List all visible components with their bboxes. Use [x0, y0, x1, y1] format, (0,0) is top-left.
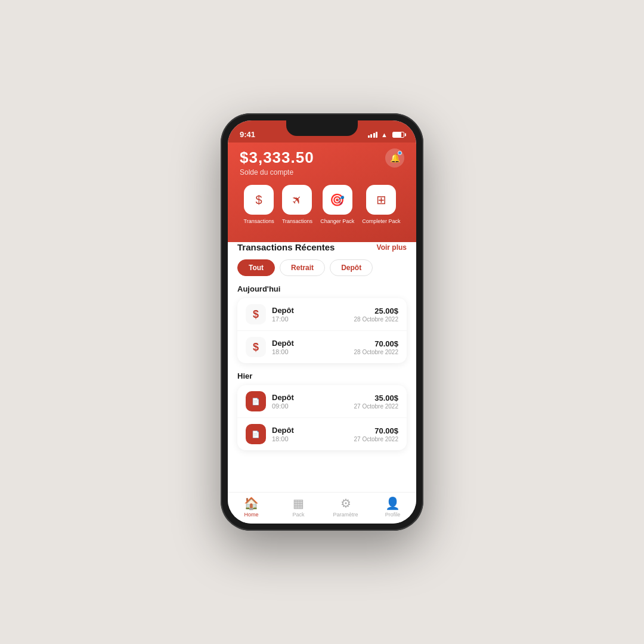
today-transactions-card: $ Depôt 17:00 25.00$ 28 Octobre 2022 $ [237, 298, 407, 363]
trans-name-4: Depôt [272, 426, 354, 435]
send-icon: ✈ [289, 191, 306, 209]
target-icon-box: 🎯 [323, 185, 352, 215]
trans-amount-info-1: 25.00$ 28 Octobre 2022 [354, 306, 399, 323]
phone-notch [286, 120, 358, 136]
yesterday-transactions-card: 📄 Depôt 09:00 35.00$ 27 Octobre 2022 📄 [237, 385, 407, 450]
filter-tab-retrait[interactable]: Retrait [280, 259, 325, 276]
trans-date-2: 28 Octobre 2022 [354, 349, 399, 355]
trans-info-1: Depôt 17:00 [272, 306, 354, 323]
nav-item-profile[interactable]: 👤 Profile [369, 496, 416, 518]
depot-doc-icon-1: 📄 [246, 391, 266, 411]
doc-dollar-icon: 📄 [252, 398, 260, 405]
status-time: 9:41 [240, 130, 255, 139]
send-icon-box: ✈ [282, 185, 312, 215]
depot-doc-icon-2: 📄 [246, 424, 266, 444]
trans-info-3: Depôt 09:00 [272, 393, 354, 410]
transactions-title: Transactions Récentes [237, 242, 335, 252]
action-transactions-2[interactable]: ✈ Transactions [282, 185, 312, 224]
nav-profile-label: Profile [385, 512, 401, 518]
filter-tabs: Tout Retrait Depôt [237, 259, 407, 276]
trans-amount-1: 25.00$ [354, 306, 399, 315]
trans-time-4: 18:00 [272, 435, 354, 442]
signal-icon [368, 132, 378, 138]
trans-amount-2: 70.00$ [354, 339, 399, 348]
trans-amount-info-3: 35.00$ 27 Octobre 2022 [354, 394, 399, 410]
transactions-icon-box: $ [244, 185, 274, 215]
trans-time-3: 09:00 [272, 402, 354, 410]
depot-dollar-icon-2: $ [246, 337, 266, 357]
table-row[interactable]: $ Depôt 18:00 70.00$ 28 Octobre 2022 [237, 331, 407, 363]
action-completer-pack[interactable]: ⊞ Completer Pack [362, 185, 400, 224]
yesterday-label: Hier [237, 371, 407, 380]
trans-amount-info-2: 70.00$ 28 Octobre 2022 [354, 339, 399, 355]
action-transactions-1-label: Transactions [244, 218, 274, 224]
profile-icon: 👤 [385, 496, 400, 510]
trans-info-2: Depôt 18:00 [272, 339, 354, 355]
filter-tab-tout[interactable]: Tout [237, 259, 275, 276]
nav-item-home[interactable]: 🏠 Home [228, 496, 275, 518]
voir-plus-link[interactable]: Voir plus [377, 243, 407, 252]
notification-dot [398, 151, 402, 155]
quick-actions: $ Transactions ✈ Transactions 🎯 Changer … [240, 185, 404, 224]
table-row[interactable]: 📄 Depôt 18:00 70.00$ 27 Octobre 2022 [237, 418, 407, 450]
trans-name-3: Depôt [272, 393, 354, 402]
action-changer-pack[interactable]: 🎯 Changer Pack [320, 185, 354, 224]
dollar-icon: $ [253, 341, 259, 354]
today-label: Aujourd'hui [237, 284, 407, 293]
trans-info-4: Depôt 18:00 [272, 426, 354, 442]
dollar-sign-icon: $ [256, 193, 262, 207]
trans-date-4: 27 Octobre 2022 [354, 436, 399, 442]
nav-pack-label: Pack [292, 512, 304, 518]
phone-screen: 9:41 ▲ $3,333.50 Solde du compte [228, 120, 416, 524]
home-icon: 🏠 [244, 496, 259, 510]
trans-amount-info-4: 70.00$ 27 Octobre 2022 [354, 426, 399, 442]
action-transactions-1[interactable]: $ Transactions [244, 185, 274, 224]
status-icons: ▲ [368, 131, 404, 138]
filter-tab-depot[interactable]: Depôt [330, 259, 373, 276]
trans-time-1: 17:00 [272, 315, 354, 323]
phone-frame: 9:41 ▲ $3,333.50 Solde du compte [221, 113, 423, 531]
add-square-icon: ⊞ [376, 193, 386, 207]
target-icon: 🎯 [330, 193, 345, 207]
trans-name-1: Depôt [272, 306, 354, 315]
transactions-section-header: Transactions Récentes Voir plus [237, 242, 407, 252]
bottom-nav: 🏠 Home ▦ Pack ⚙ Paramètre 👤 Profile [228, 492, 416, 524]
table-row[interactable]: 📄 Depôt 09:00 35.00$ 27 Octobre 2022 [237, 385, 407, 418]
table-row[interactable]: $ Depôt 17:00 25.00$ 28 Octobre 2022 [237, 298, 407, 331]
action-completer-pack-label: Completer Pack [362, 218, 400, 224]
trans-date-1: 28 Octobre 2022 [354, 316, 399, 323]
trans-amount-3: 35.00$ [354, 394, 399, 402]
wifi-icon: ▲ [381, 131, 388, 138]
trans-time-2: 18:00 [272, 348, 354, 355]
action-transactions-2-label: Transactions [282, 218, 312, 224]
nav-item-pack[interactable]: ▦ Pack [275, 496, 322, 518]
battery-icon [392, 132, 404, 138]
header: $3,333.50 Solde du compte 🔔 $ Transactio… [228, 143, 416, 242]
trans-name-2: Depôt [272, 339, 354, 348]
doc-dollar-icon-2: 📄 [252, 431, 260, 438]
content-area: Transactions Récentes Voir plus Tout Ret… [228, 233, 416, 492]
trans-amount-4: 70.00$ [354, 426, 399, 435]
balance-label: Solde du compte [240, 168, 314, 177]
balance-amount: $3,333.50 [240, 148, 314, 167]
nav-home-label: Home [244, 512, 258, 518]
notification-button[interactable]: 🔔 [385, 148, 404, 168]
trans-date-3: 27 Octobre 2022 [354, 403, 399, 410]
add-square-icon-box: ⊞ [366, 185, 396, 215]
nav-parametre-label: Paramètre [333, 512, 358, 518]
pack-icon: ▦ [293, 496, 304, 510]
nav-item-parametre[interactable]: ⚙ Paramètre [322, 496, 369, 518]
action-changer-pack-label: Changer Pack [320, 218, 354, 224]
depot-dollar-icon-1: $ [246, 304, 266, 324]
balance-info: $3,333.50 Solde du compte [240, 148, 314, 177]
settings-icon: ⚙ [340, 496, 351, 510]
dollar-icon: $ [253, 308, 259, 321]
